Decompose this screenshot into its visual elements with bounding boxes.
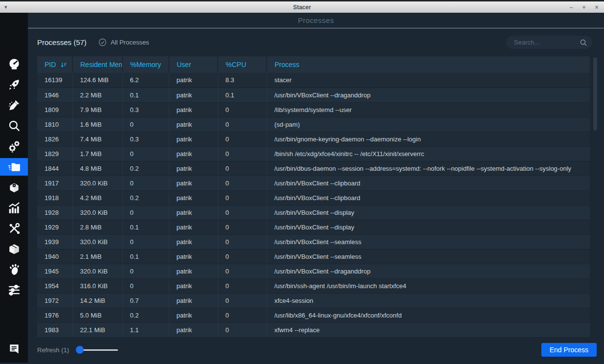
table-cell: 0 xyxy=(122,278,169,293)
table-cell: 320.0 KiB xyxy=(72,176,122,190)
table-cell: 1.1 xyxy=(122,322,169,337)
table-cell: 2.8 MiB xyxy=(72,220,122,234)
table-row[interactable]: 18267.4 MiB0.3patrik0/usr/bin/gnome-keyr… xyxy=(37,132,590,146)
table-cell: /usr/bin/VBoxClient --draganddrop xyxy=(267,88,590,102)
table-row[interactable]: 1917320.0 KiB0patrik0/usr/bin/VBoxClient… xyxy=(37,176,590,190)
sidebar-item-startup-apps[interactable] xyxy=(0,76,28,93)
table-cell: 0 xyxy=(218,308,267,322)
table-row[interactable]: 1954316.0 KiB0patrik0/usr/bin/ssh-agent … xyxy=(37,278,590,293)
table-cell: xfce4-session xyxy=(267,293,590,308)
table-cell: patrik xyxy=(169,117,218,132)
table-cell: 0.1 xyxy=(218,88,267,102)
minimize-button[interactable]: – xyxy=(568,3,575,11)
table-cell: 1945 xyxy=(37,264,72,278)
table-cell: 316.0 KiB xyxy=(72,278,122,293)
table-row[interactable]: 19292.8 MiB0.1patrik0/usr/bin/VBoxClient… xyxy=(37,220,590,234)
processes-icon xyxy=(8,160,21,173)
table-cell: 1983 xyxy=(37,322,72,337)
sidebar-item-processes[interactable] xyxy=(0,158,28,176)
table-cell: 0.2 xyxy=(122,190,169,205)
table-cell: 0.2 xyxy=(122,161,169,176)
column-header-pid[interactable]: PID xyxy=(37,56,72,73)
table-cell: 1.6 MiB xyxy=(72,117,122,132)
column-header-cpu-percent[interactable]: %CPU xyxy=(218,56,267,73)
table-cell: 1928 xyxy=(37,205,72,220)
table-row[interactable]: 19462.2 MiB0.1patrik0.1/usr/bin/VBoxClie… xyxy=(37,88,590,102)
table-cell: 1810 xyxy=(37,117,72,132)
table-row[interactable]: 197214.2 MiB0.7patrik0xfce4-session xyxy=(37,293,590,308)
helpers-icon xyxy=(8,222,21,235)
table-row[interactable]: 1928320.0 KiB0patrik0/usr/bin/VBoxClient… xyxy=(37,205,590,220)
process-table-wrap: PID Resident Memory %Memory User %CPU Pr… xyxy=(37,56,590,338)
table-cell: 2.1 MiB xyxy=(72,249,122,264)
table-cell: /usr/bin/VBoxClient --clipboard xyxy=(267,176,590,190)
table-cell: 1826 xyxy=(37,132,72,146)
table-row[interactable]: 16139124.6 MiB6.2patrik8.3stacer xyxy=(37,73,590,88)
table-cell: 0 xyxy=(218,322,267,337)
table-row[interactable]: 19765.0 MiB0.2patrik0/usr/lib/x86_64-lin… xyxy=(37,308,590,322)
table-cell: 0 xyxy=(122,205,169,220)
sidebar-item-uninstaller[interactable] xyxy=(0,179,28,196)
sidebar-item-feedback[interactable] xyxy=(0,340,28,358)
table-cell: patrik xyxy=(169,234,218,249)
sidebar-item-apt-repository[interactable] xyxy=(0,240,28,258)
table-cell: /usr/lib/x86_64-linux-gnu/xfce4/xfconf/x… xyxy=(267,308,590,322)
slider-handle[interactable] xyxy=(76,346,84,354)
sidebar-item-dashboard[interactable] xyxy=(0,55,28,73)
table-cell: /usr/bin/VBoxClient --seamless xyxy=(267,249,590,264)
table-cell: 0 xyxy=(218,205,267,220)
table-cell: patrik xyxy=(169,176,218,190)
sidebar-item-system-cleaner[interactable] xyxy=(0,96,28,114)
settings-icon xyxy=(8,284,21,296)
table-row[interactable]: 19184.2 MiB0.2patrik0/usr/bin/VBoxClient… xyxy=(37,190,590,205)
table-cell: 0 xyxy=(218,234,267,249)
page-header: Processes xyxy=(28,13,604,28)
table-row[interactable]: 19402.1 MiB0.1patrik0/usr/bin/VBoxClient… xyxy=(37,249,590,264)
refresh-interval-slider[interactable] xyxy=(76,346,118,354)
titlebar: ▾ Stacer – + × xyxy=(0,0,604,13)
sidebar-item-gnome-settings[interactable] xyxy=(0,261,28,278)
table-row[interactable]: 18444.8 MiB0.2patrik0/usr/bin/dbus-daemo… xyxy=(37,161,590,176)
table-cell: 1829 xyxy=(37,146,72,161)
table-cell: patrik xyxy=(169,88,218,102)
table-row[interactable]: 1945320.0 KiB0patrik0/usr/bin/VBoxClient… xyxy=(37,264,590,278)
window-menu-icon[interactable]: ▾ xyxy=(4,4,7,10)
sidebar-item-helpers[interactable] xyxy=(0,220,28,237)
all-processes-label: All Processes xyxy=(111,39,149,46)
feedback-icon xyxy=(8,342,21,355)
sidebar-item-search[interactable] xyxy=(0,117,28,135)
table-cell: 0 xyxy=(218,249,267,264)
column-header-process[interactable]: Process xyxy=(267,56,590,73)
search-input[interactable] xyxy=(514,39,580,46)
table-cell: /usr/bin/VBoxClient --display xyxy=(267,220,590,234)
maximize-button[interactable]: + xyxy=(581,3,587,11)
all-processes-toggle[interactable]: All Processes xyxy=(98,38,149,46)
sidebar-item-settings[interactable] xyxy=(0,281,28,299)
table-row[interactable]: 198322.1 MiB1.1patrik0xfwm4 --replace xyxy=(37,322,590,337)
table-cell: xfwm4 --replace xyxy=(267,322,590,337)
table-cell: 0 xyxy=(218,278,267,293)
sidebar-item-resources[interactable] xyxy=(0,199,28,217)
table-cell: 1918 xyxy=(37,190,72,205)
table-cell: 1844 xyxy=(37,161,72,176)
table-cell: patrik xyxy=(169,220,218,234)
end-process-button[interactable]: End Process xyxy=(541,343,597,357)
table-row[interactable]: 18097.9 MiB0.3patrik0/lib/systemd/system… xyxy=(37,102,590,117)
close-button[interactable]: × xyxy=(593,3,600,11)
system-cleaner-icon xyxy=(8,99,21,112)
table-cell: 0.1 xyxy=(122,249,169,264)
table-cell: 0.3 xyxy=(122,132,169,146)
table-row[interactable]: 18291.7 MiB0patrik0/bin/sh /etc/xdg/xfce… xyxy=(37,146,590,161)
resources-icon xyxy=(8,202,21,214)
sidebar-item-services[interactable] xyxy=(0,137,28,155)
table-row[interactable]: 18101.6 MiB0patrik0(sd-pam) xyxy=(37,117,590,132)
column-header-memory-percent[interactable]: %Memory xyxy=(122,56,169,73)
table-cell: 124.6 MiB xyxy=(72,73,122,88)
table-row[interactable]: 1939320.0 KiB0patrik0/usr/bin/VBoxClient… xyxy=(37,234,590,249)
table-cell: 14.2 MiB xyxy=(72,293,122,308)
table-cell: patrik xyxy=(169,205,218,220)
table-cell: 2.2 MiB xyxy=(72,88,122,102)
column-header-user[interactable]: User xyxy=(169,56,218,73)
scrollbar-thumb[interactable] xyxy=(593,57,597,131)
column-header-resident-memory[interactable]: Resident Memory xyxy=(72,56,122,73)
